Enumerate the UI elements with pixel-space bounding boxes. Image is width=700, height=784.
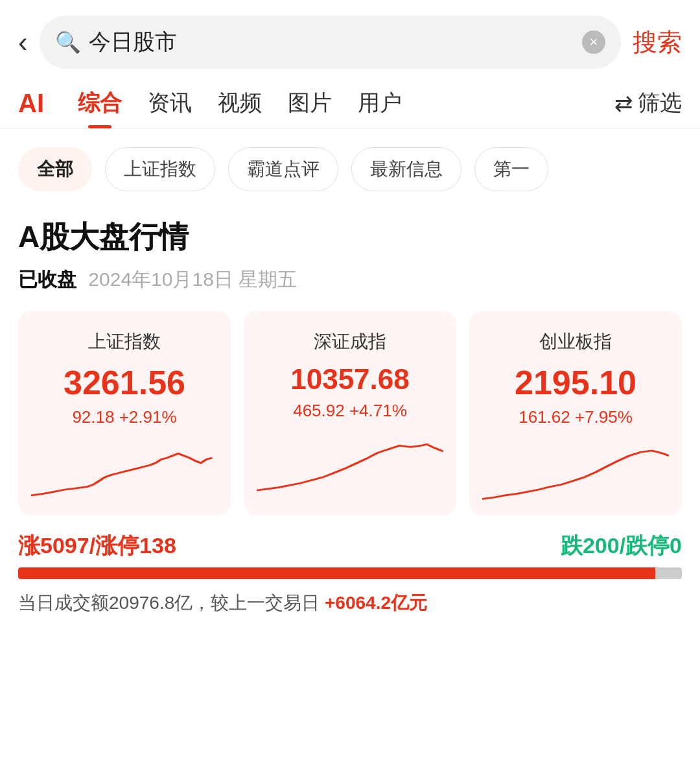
- filter-label: 筛选: [638, 88, 682, 118]
- search-bar: ‹ 🔍 今日股市 × 搜索: [0, 0, 700, 82]
- stock-name-cybz: 创业板指: [539, 329, 612, 354]
- stock-price-cybz: 2195.10: [515, 363, 636, 402]
- progress-bar-container: [18, 567, 682, 579]
- stock-card-cybz[interactable]: 创业板指 2195.10 161.62 +7.95%: [469, 311, 682, 516]
- stock-change-szcz: 465.92 +4.71%: [293, 401, 407, 421]
- tab-视频[interactable]: 视频: [205, 88, 275, 128]
- chip-上证指数[interactable]: 上证指数: [105, 147, 215, 191]
- stock-cards: 上证指数 3261.56 92.18 +2.91% 深证成指 10357.68 …: [18, 311, 682, 516]
- stock-chart-cybz: [482, 438, 669, 503]
- status-label: 已收盘: [18, 268, 76, 290]
- clear-icon: ×: [590, 34, 598, 51]
- rise-fall-section: 涨5097/涨停138 跌200/跌停0: [0, 516, 700, 579]
- stock-name-szcz: 深证成指: [314, 329, 386, 354]
- filter-icon: ⇄: [614, 90, 633, 116]
- market-date: 2024年10月18日 星期五: [88, 268, 297, 290]
- stock-chart-szcz: [257, 431, 443, 496]
- search-icon: 🔍: [55, 30, 81, 54]
- chips-row: 全部 上证指数 霸道点评 最新信息 第一: [0, 129, 700, 199]
- tab-用户[interactable]: 用户: [345, 88, 415, 128]
- stock-change-cybz: 161.62 +7.95%: [519, 407, 633, 427]
- search-box[interactable]: 🔍 今日股市 ×: [40, 16, 621, 69]
- chip-全部[interactable]: 全部: [18, 147, 92, 191]
- section-title: A股大盘行情: [18, 217, 682, 257]
- fall-label: 跌200/跌停0: [561, 531, 682, 561]
- stock-section: A股大盘行情 已收盘 2024年10月18日 星期五 上证指数 3261.56 …: [0, 199, 700, 516]
- progress-bar-fill: [18, 567, 655, 579]
- tab-图片[interactable]: 图片: [275, 88, 345, 128]
- search-query-text: 今日股市: [89, 27, 574, 57]
- filter-button[interactable]: ⇄ 筛选: [614, 88, 682, 128]
- tab-ai[interactable]: AI: [18, 89, 44, 128]
- rise-fall-labels: 涨5097/涨停138 跌200/跌停0: [18, 531, 682, 561]
- search-button[interactable]: 搜索: [633, 26, 682, 59]
- section-subtitle: 已收盘 2024年10月18日 星期五: [18, 267, 682, 293]
- stock-price-szcz: 10357.68: [290, 363, 410, 396]
- chip-最新信息[interactable]: 最新信息: [351, 147, 461, 191]
- chip-霸道点评[interactable]: 霸道点评: [228, 147, 338, 191]
- volume-base: 当日成交额20976.8亿，较上一交易日: [18, 593, 320, 613]
- clear-button[interactable]: ×: [582, 30, 605, 54]
- back-button[interactable]: ‹: [18, 28, 28, 56]
- stock-chart-shzs: [31, 438, 218, 503]
- stock-name-shzs: 上证指数: [88, 329, 161, 354]
- stock-card-szcz[interactable]: 深证成指 10357.68 465.92 +4.71%: [244, 311, 456, 516]
- volume-text: 当日成交额20976.8亿，较上一交易日 +6064.2亿元: [0, 591, 700, 635]
- rise-label: 涨5097/涨停138: [18, 531, 176, 561]
- stock-change-shzs: 92.18 +2.91%: [72, 407, 176, 427]
- stock-card-shzs[interactable]: 上证指数 3261.56 92.18 +2.91%: [18, 311, 231, 516]
- tab-综合[interactable]: 综合: [65, 88, 135, 128]
- tab-资讯[interactable]: 资讯: [135, 88, 205, 128]
- chip-第一[interactable]: 第一: [474, 147, 548, 191]
- stock-price-shzs: 3261.56: [64, 363, 185, 402]
- volume-change: +6064.2亿元: [325, 593, 427, 613]
- tabs-row: AI 综合 资讯 视频 图片 用户 ⇄ 筛选: [0, 82, 700, 129]
